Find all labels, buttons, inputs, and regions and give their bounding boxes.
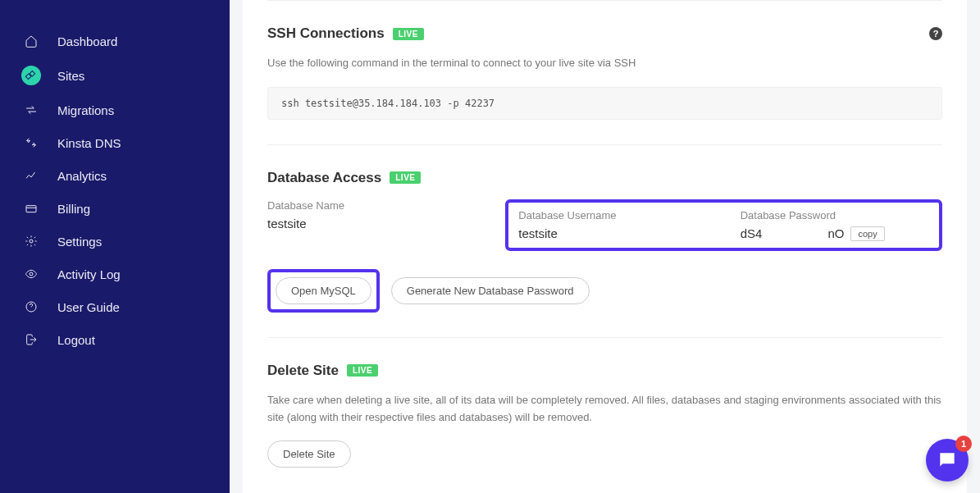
sidebar-item-dashboard[interactable]: Dashboard	[0, 25, 230, 57]
sidebar-item-label: Migrations	[57, 103, 114, 117]
sidebar-item-label: Analytics	[57, 169, 107, 183]
db-username-field: Database Username testsite	[518, 209, 707, 241]
ssh-command[interactable]: ssh testsite@35.184.184.103 -p 42237	[267, 87, 942, 120]
delete-title: Delete Site	[267, 363, 339, 379]
main-content: SSH Connections LIVE ? Use the following…	[230, 0, 980, 493]
svg-point-4	[30, 240, 33, 243]
sidebar-item-userguide[interactable]: User Guide	[0, 290, 230, 323]
help-icon	[23, 299, 39, 315]
svg-rect-2	[26, 206, 36, 212]
svg-point-5	[30, 272, 33, 276]
sites-icon	[21, 66, 41, 85]
db-username-value: testsite	[518, 226, 707, 240]
sidebar: Dashboard Sites Migrations Kinsta DNS An…	[0, 0, 230, 493]
db-password-label: Database Password	[741, 209, 929, 221]
section-ssh: SSH Connections LIVE ? Use the following…	[267, 0, 942, 145]
db-password-masked	[762, 227, 827, 240]
dns-icon	[23, 135, 39, 151]
db-title: Database Access	[267, 170, 381, 186]
sidebar-item-label: Settings	[57, 235, 102, 249]
eye-icon	[23, 266, 39, 282]
analytics-icon	[23, 167, 39, 184]
db-password-field: Database Password dS4 nO copy	[741, 209, 929, 241]
live-badge: LIVE	[347, 364, 378, 377]
sidebar-item-activity[interactable]: Activity Log	[0, 258, 230, 290]
copy-password-button[interactable]: copy	[850, 226, 884, 241]
sidebar-item-analytics[interactable]: Analytics	[0, 159, 230, 192]
delete-site-button[interactable]: Delete Site	[267, 441, 351, 468]
db-credentials-highlight: Database Username testsite Database Pass…	[505, 199, 942, 251]
chat-badge-count: 1	[955, 436, 972, 452]
sidebar-item-label: Billing	[57, 202, 90, 216]
db-name-field: Database Name testsite	[267, 199, 472, 251]
logout-icon	[23, 331, 39, 348]
migrations-icon	[23, 102, 39, 118]
sidebar-item-logout[interactable]: Logout	[0, 323, 230, 356]
section-delete: Delete Site LIVE Take care when deleting…	[267, 338, 942, 493]
sidebar-item-billing[interactable]: Billing	[0, 192, 230, 225]
sidebar-item-settings[interactable]: Settings	[0, 225, 230, 258]
sidebar-item-label: Sites	[57, 69, 84, 83]
db-name-value: testsite	[267, 217, 472, 231]
open-mysql-button[interactable]: Open MySQL	[276, 277, 371, 304]
chat-icon	[937, 450, 958, 471]
open-mysql-highlight: Open MySQL	[267, 269, 380, 313]
gear-icon	[23, 233, 39, 249]
delete-desc: Take care when deleting a live site, all…	[267, 392, 942, 427]
db-password-suffix: nO	[827, 226, 844, 240]
help-question-icon[interactable]: ?	[929, 27, 942, 40]
sidebar-item-label: Dashboard	[57, 34, 117, 48]
sidebar-item-sites[interactable]: Sites	[0, 57, 230, 94]
home-icon	[23, 33, 39, 49]
live-badge: LIVE	[390, 171, 421, 184]
db-username-label: Database Username	[518, 209, 707, 221]
db-name-label: Database Name	[267, 199, 472, 212]
db-password-prefix: dS4	[741, 226, 763, 240]
generate-password-button[interactable]: Generate New Database Password	[391, 277, 590, 304]
section-database: Database Access LIVE Database Name tests…	[267, 145, 942, 338]
sidebar-item-label: Logout	[57, 333, 95, 347]
ssh-title: SSH Connections	[267, 25, 385, 42]
sidebar-item-label: Activity Log	[57, 267, 121, 281]
sidebar-item-dns[interactable]: Kinsta DNS	[0, 126, 230, 159]
live-badge: LIVE	[393, 28, 424, 40]
chat-widget[interactable]: 1	[926, 439, 969, 482]
sidebar-item-label: User Guide	[57, 300, 120, 314]
ssh-desc: Use the following command in the termina…	[267, 55, 942, 72]
sidebar-item-label: Kinsta DNS	[57, 136, 121, 150]
sidebar-item-migrations[interactable]: Migrations	[0, 94, 230, 126]
billing-icon	[23, 200, 39, 217]
